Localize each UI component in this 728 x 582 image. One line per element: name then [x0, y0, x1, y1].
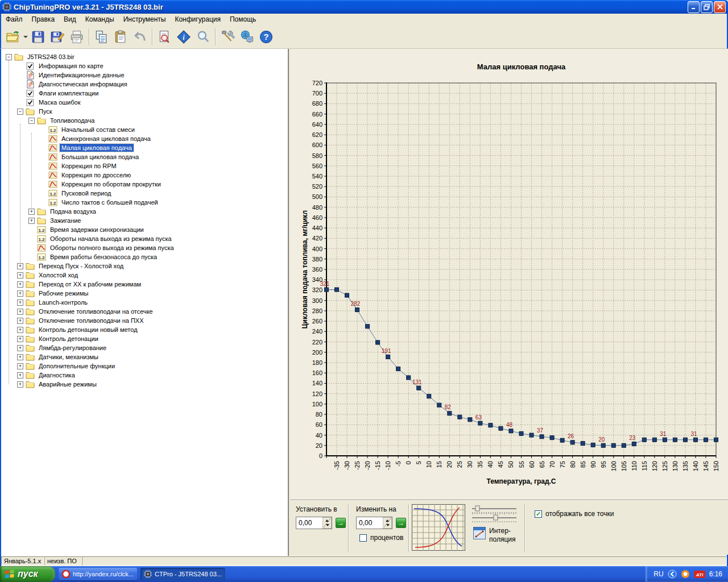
- tree-item[interactable]: Идентификационные данные: [1, 70, 288, 80]
- menu-вид[interactable]: Вид: [59, 14, 81, 24]
- tree-item[interactable]: −J5TRS248 03.bir: [1, 52, 288, 61]
- tree-item-label[interactable]: Диагностическая информация: [37, 80, 129, 88]
- data-point[interactable]: [468, 418, 472, 422]
- tree-item-label-selected[interactable]: Малая цикловая подача: [60, 144, 134, 152]
- tree-item[interactable]: Маска ошибок: [1, 98, 288, 107]
- data-point[interactable]: [376, 340, 380, 344]
- orange-app-icon[interactable]: [681, 569, 690, 579]
- data-point[interactable]: [601, 443, 605, 447]
- expand-expander-icon[interactable]: +: [17, 381, 23, 388]
- tree-item-label[interactable]: Число тактов с большей подачей: [60, 198, 160, 206]
- tree-item-label[interactable]: Переход Пуск - Холостой ход: [37, 262, 125, 270]
- collapse-expander-icon[interactable]: −: [17, 109, 23, 115]
- interpolation-icon[interactable]: [473, 527, 486, 539]
- tree-item[interactable]: +Лямбда-регулирование: [1, 343, 288, 352]
- show-all-points-checkbox-box[interactable]: ✓: [535, 510, 542, 518]
- data-point[interactable]: [560, 438, 564, 442]
- tree-item[interactable]: Коррекция по оборотам прокрутки: [1, 180, 288, 189]
- tree-item[interactable]: +Рабочие режимы: [1, 289, 288, 298]
- change-by-value[interactable]: 0,00: [357, 519, 383, 527]
- change-by-input[interactable]: 0,00: [356, 517, 392, 529]
- collapse-expander-icon[interactable]: −: [28, 118, 35, 124]
- tree-item[interactable]: Флаги комплектации: [1, 89, 288, 98]
- tree-item[interactable]: +Отключение топливоподачи на отсечке: [1, 307, 288, 316]
- preview-button[interactable]: [155, 27, 174, 47]
- expand-expander-icon[interactable]: +: [28, 209, 35, 215]
- tree-item-label[interactable]: Launch-контроль: [37, 298, 89, 306]
- language-indicator[interactable]: RU: [653, 570, 663, 578]
- ati-icon[interactable]: ATI: [694, 571, 705, 578]
- tree-item[interactable]: +Аварийные режимы: [1, 380, 288, 389]
- menu-команды[interactable]: Команды: [81, 14, 119, 24]
- data-point[interactable]: [386, 355, 390, 359]
- data-point[interactable]: [427, 394, 431, 398]
- tree-item-label[interactable]: Переход от ХХ к рабочим режимам: [37, 280, 143, 288]
- tree-item[interactable]: Диагностическая информация: [1, 80, 288, 89]
- network-button[interactable]: [237, 27, 257, 47]
- tree-item-label[interactable]: Пусковой период: [60, 189, 113, 197]
- close-button[interactable]: [714, 1, 726, 13]
- tree-item-label[interactable]: Зажигание: [48, 217, 83, 225]
- tree-item-label[interactable]: Обороты полного выхода из режима пуска: [48, 244, 176, 252]
- tree-item[interactable]: +Диагностика: [1, 371, 288, 380]
- curve-preview-thumbnail[interactable]: [412, 504, 465, 551]
- save-button[interactable]: [28, 27, 48, 47]
- minimize-button[interactable]: [688, 1, 700, 13]
- info-button[interactable]: i: [174, 27, 193, 47]
- tree-item[interactable]: +Переход от ХХ к рабочим режимам: [1, 280, 288, 289]
- set-to-input[interactable]: 0,00: [296, 517, 332, 529]
- data-point[interactable]: [683, 438, 687, 442]
- tree-item-label[interactable]: Обороты начала выхода из режима пуска: [48, 235, 173, 243]
- spinner-buttons[interactable]: [322, 517, 332, 529]
- data-point[interactable]: [458, 415, 462, 419]
- tree-item-label[interactable]: Аварийные режимы: [37, 380, 98, 388]
- menu-инструменты[interactable]: Инструменты: [119, 14, 171, 24]
- tree-item-label[interactable]: Лямбда-регулирование: [37, 344, 108, 352]
- show-all-points-checkbox[interactable]: ✓ отображать все точки: [535, 510, 614, 518]
- expand-expander-icon[interactable]: +: [17, 345, 23, 351]
- expand-expander-icon[interactable]: +: [17, 309, 23, 315]
- tree-item[interactable]: Большая цикловая подача: [1, 152, 288, 161]
- data-point[interactable]: [622, 443, 626, 447]
- tree-item-label[interactable]: Коррекция по оборотам прокрутки: [60, 180, 163, 188]
- expand-expander-icon[interactable]: +: [17, 336, 23, 342]
- tree-item[interactable]: 1.2Обороты начала выхода из режима пуска: [1, 234, 288, 243]
- data-point[interactable]: [407, 376, 411, 380]
- smoothing-sliders[interactable]: [471, 505, 518, 522]
- data-point[interactable]: [714, 438, 718, 442]
- data-point[interactable]: [642, 438, 646, 442]
- data-point[interactable]: [478, 421, 482, 425]
- data-point[interactable]: [570, 440, 574, 444]
- tree-item[interactable]: Асинхронная цикловая подача: [1, 134, 288, 143]
- tree-item-label[interactable]: Асинхронная цикловая подача: [60, 135, 152, 143]
- tree-item[interactable]: +Переход Пуск - Холостой ход: [1, 261, 288, 271]
- data-point[interactable]: [530, 433, 533, 437]
- undo-button[interactable]: [130, 27, 150, 47]
- data-point[interactable]: [693, 438, 697, 442]
- taskbar-task-active[interactable]: CTPro - J5TRS248 03...: [140, 568, 225, 580]
- expand-expander-icon[interactable]: +: [17, 290, 23, 297]
- tree-item[interactable]: +Датчики, механизмы: [1, 352, 288, 361]
- expand-expander-icon[interactable]: +: [17, 318, 23, 324]
- tree-item-label[interactable]: Информация по карте: [37, 62, 105, 70]
- tree-item-label[interactable]: Отключение топливоподачи на отсечке: [37, 307, 155, 315]
- data-point[interactable]: [581, 442, 585, 446]
- help-button[interactable]: ?: [257, 27, 276, 47]
- curve-chart[interactable]: Малая цикловая подача0204060801001201401…: [290, 49, 728, 500]
- menu-правка[interactable]: Правка: [27, 14, 60, 24]
- tree-item[interactable]: +Холостой ход: [1, 271, 288, 280]
- data-point[interactable]: [325, 288, 329, 292]
- tree-item[interactable]: 1.2Начальный состав смеси: [1, 125, 288, 134]
- percent-checkbox[interactable]: процентов: [359, 534, 403, 542]
- expand-expander-icon[interactable]: +: [17, 363, 23, 369]
- tree-item[interactable]: +Отключение топливоподачи на ПХХ: [1, 316, 288, 325]
- tree-item[interactable]: +Дополнительные функции: [1, 361, 288, 371]
- tree-item-label[interactable]: Маска ошибок: [37, 98, 82, 106]
- tree-item[interactable]: 1.2Пусковой период: [1, 189, 288, 198]
- menu-файл[interactable]: Файл: [1, 14, 27, 24]
- tree-item[interactable]: +Контроль детонации: [1, 334, 288, 343]
- data-point[interactable]: [335, 288, 339, 292]
- data-point[interactable]: [704, 438, 708, 442]
- menu-помощь[interactable]: Помощь: [225, 14, 260, 24]
- data-point[interactable]: [550, 436, 554, 440]
